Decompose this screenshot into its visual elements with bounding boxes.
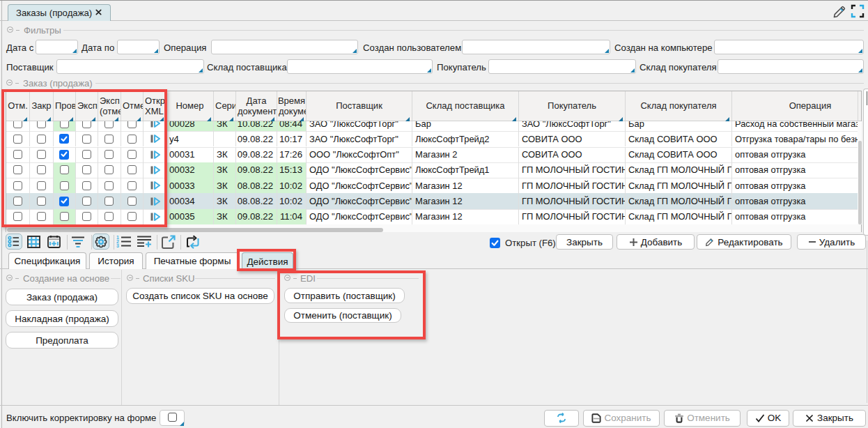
- svg-text:3: 3: [116, 243, 119, 247]
